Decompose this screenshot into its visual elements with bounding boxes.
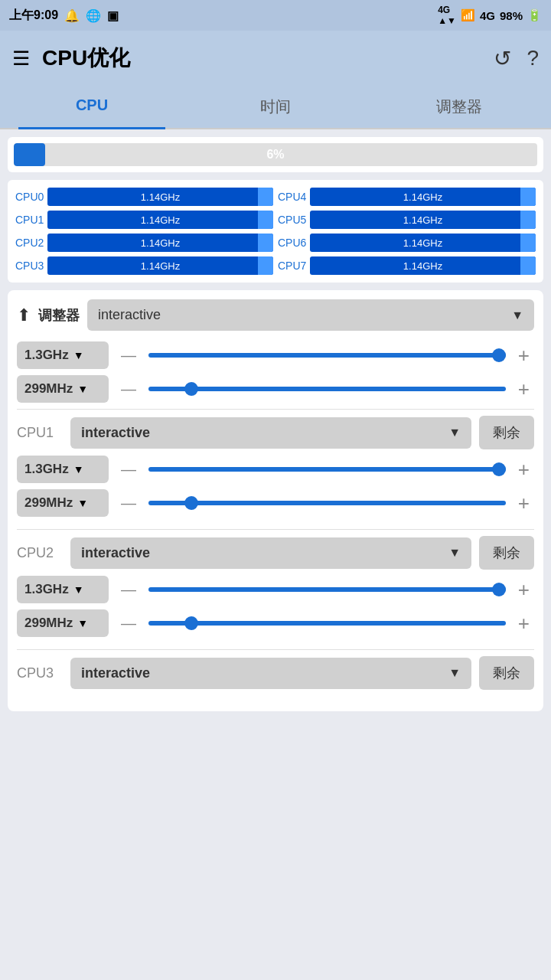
cpu2-remaining-button[interactable]: 剩余 [479, 536, 534, 570]
list-item: CPU5 1.14GHz [278, 211, 536, 229]
cpu3-item: CPU3 interactive ▼ 剩余 [17, 656, 534, 690]
cpu-usage-fill [14, 143, 45, 166]
cpu-core-label: CPU5 [278, 214, 307, 226]
cpu1-max-slider[interactable] [148, 467, 506, 472]
cpu2-governor-dropdown[interactable]: interactive ▼ [70, 537, 471, 569]
cpu2-header: CPU2 interactive ▼ 剩余 [17, 536, 534, 570]
cpu0-max-freq-dropdown[interactable]: 1.3GHz ▼ [17, 341, 109, 369]
network-4g-icon: 4G▲▼ [438, 5, 456, 26]
cpu-core-label: CPU3 [15, 260, 44, 272]
cpu0-min-plus-button[interactable]: + [514, 377, 534, 401]
cpu2-max-arrow: ▼ [73, 583, 84, 596]
network-label: 4G [480, 9, 495, 22]
cpu0-min-freq-arrow: ▼ [77, 383, 88, 395]
cpu2-governor-value: interactive [81, 545, 150, 561]
divider [17, 529, 534, 530]
header: ☰ CPU优化 ↺ ? [0, 31, 551, 86]
cpu0-max-minus-button[interactable]: — [116, 347, 141, 364]
cpu1-label: CPU1 [17, 425, 63, 441]
core-bar-cpu3: 1.14GHz [47, 256, 273, 275]
app-title: CPU优化 [42, 44, 130, 73]
list-item: CPU3 1.14GHz [15, 256, 273, 275]
cpu-core-label: CPU7 [278, 260, 307, 272]
adjuster-up-icon: ⬆ [17, 305, 31, 325]
cpu2-min-slider[interactable] [148, 621, 506, 626]
cpu0-max-slider[interactable] [148, 353, 506, 358]
status-bar: 上午9:09 🔔 🌐 ▣ 4G▲▼ 📶 4G 98% 🔋 [0, 0, 551, 31]
cpu1-max-freq-dropdown[interactable]: 1.3GHz ▼ [17, 456, 109, 483]
status-right: 4G▲▼ 📶 4G 98% 🔋 [438, 5, 542, 26]
cpu1-min-plus-button[interactable]: + [514, 492, 534, 515]
refresh-icon[interactable]: ↺ [494, 46, 511, 71]
list-item: CPU4 1.14GHz [278, 188, 536, 206]
tab-cpu[interactable]: CPU [0, 86, 184, 128]
cpu1-max-plus-button[interactable]: + [514, 458, 534, 482]
cpu-core-freq: 1.14GHz [403, 214, 442, 226]
global-governor-dropdown[interactable]: interactive ▼ [87, 299, 534, 331]
tab-bar: CPU 时间 调整器 [0, 86, 551, 129]
cpu1-dropdown-arrow: ▼ [448, 426, 461, 439]
status-left: 上午9:09 🔔 🌐 ▣ [9, 8, 119, 24]
main-content: 6% CPU0 1.14GHz CPU4 1.14GHz [0, 129, 551, 719]
cpu1-governor-value: interactive [81, 425, 150, 441]
cpu1-max-arrow: ▼ [73, 463, 84, 475]
cpu2-min-minus-button[interactable]: — [116, 615, 141, 632]
cpu1-min-slider[interactable] [148, 501, 506, 505]
help-icon[interactable]: ? [527, 46, 539, 70]
core-bar-cpu0: 1.14GHz [47, 188, 273, 206]
cpu3-dropdown-arrow: ▼ [448, 666, 461, 680]
cpu0-min-slider[interactable] [148, 387, 506, 391]
divider [17, 409, 534, 410]
cpu-core-freq: 1.14GHz [141, 191, 180, 203]
cpu2-max-freq-dropdown[interactable]: 1.3GHz ▼ [17, 576, 109, 603]
tab-adjuster[interactable]: 调整器 [367, 86, 551, 128]
cpu1-governor-dropdown[interactable]: interactive ▼ [70, 417, 471, 449]
dropdown-arrow-icon: ▼ [511, 309, 523, 322]
cpu1-max-minus-button[interactable]: — [116, 461, 141, 479]
cpu-core-grid: CPU0 1.14GHz CPU4 1.14GHz CPU1 1.14GHz [15, 188, 536, 275]
cpu-core-label: CPU0 [15, 191, 44, 203]
adjuster-header-label: 调整器 [38, 306, 80, 325]
signal-icon: 📶 [461, 8, 475, 22]
list-item: CPU1 1.14GHz [15, 211, 273, 229]
screen-icon: ▣ [107, 8, 119, 23]
battery-percent: 98% [500, 9, 523, 22]
cpu1-remaining-button[interactable]: 剩余 [479, 416, 534, 449]
cpu2-max-freq-label: 1.3GHz [24, 582, 69, 597]
cpu1-min-minus-button[interactable]: — [116, 495, 141, 512]
cpu3-remaining-button[interactable]: 剩余 [479, 656, 534, 690]
cpu0-min-freq-dropdown[interactable]: 299MHz ▼ [17, 375, 109, 403]
adjuster-section: ⬆ 调整器 interactive ▼ 1.3GHz ▼ — + 299MH [8, 290, 543, 711]
cpu2-min-freq-row: 299MHz ▼ — + [17, 609, 534, 637]
tab-time[interactable]: 时间 [184, 86, 367, 128]
cpu0-min-minus-button[interactable]: — [116, 381, 141, 398]
cpu1-min-freq-dropdown[interactable]: 299MHz ▼ [17, 489, 109, 517]
cpu2-min-freq-dropdown[interactable]: 299MHz ▼ [17, 609, 109, 637]
cpu3-label: CPU3 [17, 665, 63, 681]
cpu-core-label: CPU6 [278, 237, 307, 249]
cpu0-min-freq-row: 299MHz ▼ — + [17, 375, 534, 403]
cpu2-min-plus-button[interactable]: + [514, 612, 534, 635]
cpu1-header: CPU1 interactive ▼ 剩余 [17, 416, 534, 449]
cpu2-dropdown-arrow: ▼ [448, 546, 461, 560]
cpu-core-freq: 1.14GHz [141, 237, 180, 249]
cpu2-max-slider[interactable] [148, 587, 506, 592]
cpu0-min-slider-thumb[interactable] [184, 382, 198, 396]
cpu0-max-plus-button[interactable]: + [514, 344, 534, 368]
core-bar-cpu6: 1.14GHz [310, 234, 536, 252]
cpu0-max-freq-arrow: ▼ [73, 349, 84, 361]
menu-icon[interactable]: ☰ [12, 47, 30, 70]
cpu0-max-slider-thumb[interactable] [492, 348, 506, 362]
cpu2-max-plus-button[interactable]: + [514, 578, 534, 602]
cpu0-max-freq-label: 1.3GHz [24, 348, 69, 363]
cpu-core-label: CPU4 [278, 191, 307, 203]
cpu1-max-slider-thumb[interactable] [492, 462, 506, 476]
cpu2-min-slider-thumb[interactable] [184, 616, 198, 630]
cpu-core-freq: 1.14GHz [403, 191, 442, 203]
cpu3-governor-dropdown[interactable]: interactive ▼ [70, 658, 471, 689]
battery-icon: 🔋 [527, 8, 542, 22]
cpu1-min-slider-thumb[interactable] [184, 496, 198, 510]
cpu2-max-slider-thumb[interactable] [492, 583, 506, 596]
cpu2-max-minus-button[interactable]: — [116, 581, 141, 599]
cpu1-min-freq-label: 299MHz [24, 495, 73, 511]
